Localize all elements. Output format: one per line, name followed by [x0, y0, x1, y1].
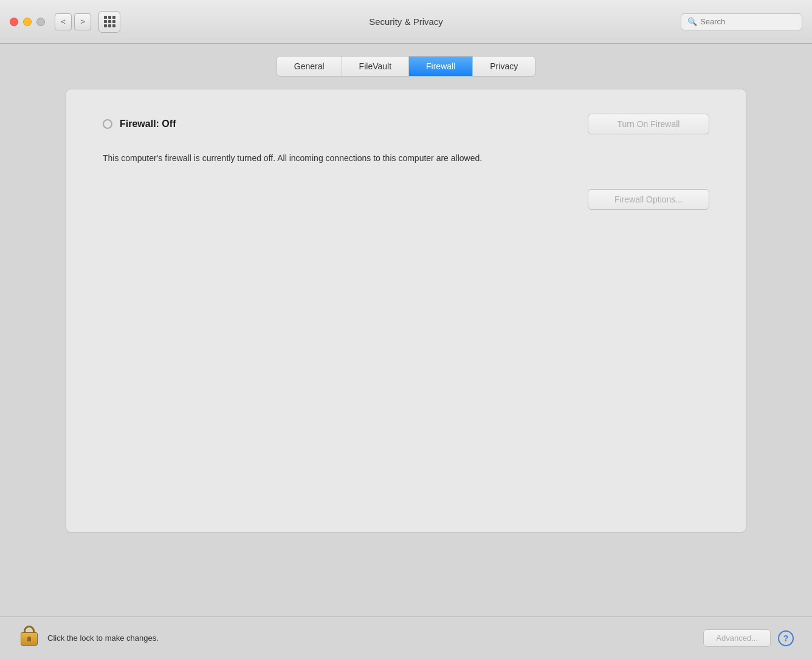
bottom-bar: Click the lock to make changes. Advanced…	[0, 616, 812, 659]
back-button[interactable]: <	[55, 13, 72, 30]
search-icon: 🔍	[687, 17, 697, 26]
window-controls	[10, 18, 45, 26]
help-button[interactable]: ?	[778, 630, 794, 646]
tab-filevault[interactable]: FileVault	[342, 57, 409, 76]
status-left: Firewall: Off	[103, 119, 176, 129]
bottom-right: Advanced... ?	[703, 629, 794, 647]
maximize-button	[36, 18, 45, 26]
grid-icon	[104, 16, 115, 27]
lock-icon[interactable]	[18, 626, 40, 651]
lock-body	[21, 632, 38, 646]
search-input[interactable]	[700, 17, 796, 26]
status-indicator	[103, 119, 112, 129]
main-content: General FileVault Firewall Privacy Firew…	[0, 44, 812, 551]
lock-shackle	[24, 626, 35, 633]
status-row: Firewall: Off Turn On Firewall	[103, 114, 709, 134]
firewall-options-button[interactable]: Firewall Options...	[588, 189, 709, 210]
search-box[interactable]: 🔍	[681, 13, 802, 30]
lock-label: Click the lock to make changes.	[47, 633, 159, 643]
tab-firewall[interactable]: Firewall	[409, 57, 473, 76]
advanced-button[interactable]: Advanced...	[703, 629, 771, 647]
lock-keyhole	[27, 637, 31, 641]
minimize-button[interactable]	[23, 18, 32, 26]
firewall-panel: Firewall: Off Turn On Firewall This comp…	[66, 89, 746, 533]
tab-privacy[interactable]: Privacy	[473, 57, 535, 76]
window-title: Security & Privacy	[369, 16, 443, 27]
lock-section[interactable]: Click the lock to make changes.	[18, 626, 159, 651]
turn-on-firewall-button[interactable]: Turn On Firewall	[588, 114, 709, 134]
firewall-status-label: Firewall: Off	[120, 119, 176, 129]
tab-bar: General FileVault Firewall Privacy	[277, 56, 535, 77]
tab-general[interactable]: General	[277, 57, 342, 76]
forward-button[interactable]: >	[74, 13, 91, 30]
nav-buttons: < >	[55, 13, 91, 30]
grid-button[interactable]	[98, 11, 120, 33]
firewall-description: This computer's firewall is currently tu…	[103, 151, 528, 165]
close-button[interactable]	[10, 18, 18, 26]
options-row: Firewall Options...	[103, 189, 709, 210]
titlebar: < > Security & Privacy 🔍	[0, 0, 812, 44]
